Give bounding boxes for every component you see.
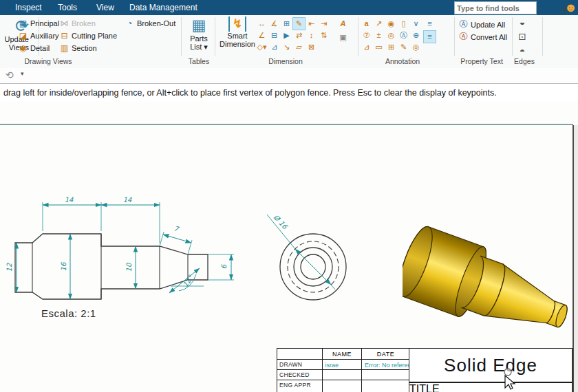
principal-button[interactable]: ▦ Principal xyxy=(18,18,59,28)
auxiliary-view-icon: ◪ xyxy=(18,31,28,41)
tab-inspect[interactable]: Inspect xyxy=(12,0,45,15)
broken-out-button[interactable]: ◔ Broken-Out xyxy=(125,18,175,28)
dim-cone-length[interactable]: 7 xyxy=(173,224,180,233)
detail-view-icon: ◉ xyxy=(18,43,28,53)
dim-h-mid[interactable]: 10 xyxy=(125,262,133,272)
symmetric-diameter-icon[interactable]: ⇤ xyxy=(306,18,317,30)
arrange-dimension-icon[interactable]: ⇅ xyxy=(318,30,330,41)
cutting-plane-button[interactable]: ⊟ Cutting Plane xyxy=(59,30,117,41)
text-box-icon[interactable]: Ⓐ xyxy=(398,30,409,41)
title-block[interactable]: NAME DATE DRAWN israe Error: No referenc… xyxy=(277,348,572,392)
smart-dimension-icon: ↯ xyxy=(228,17,246,32)
titleblock-engappr-name xyxy=(322,380,363,392)
update-all-button[interactable]: Ⓐ Update All xyxy=(458,19,505,30)
profile-dimension-icon[interactable]: ▱ xyxy=(293,41,305,53)
principal-view-icon: ▦ xyxy=(18,19,28,28)
gold-part xyxy=(403,223,578,344)
dim-width2[interactable]: 14 xyxy=(123,196,132,204)
select-dimension-icon[interactable]: ▶ xyxy=(281,30,292,41)
tab-data-management[interactable]: Data Management xyxy=(127,0,200,15)
group-label-edges: Edges xyxy=(514,57,535,65)
feature-control-frame-icon[interactable]: ▭ xyxy=(373,41,385,53)
chevron-down-icon[interactable]: ▾ xyxy=(21,70,24,77)
titleblock-header-name: NAME xyxy=(322,348,363,360)
datum-frame-icon[interactable]: ⊿ xyxy=(361,41,372,53)
mouse-cursor xyxy=(498,367,519,391)
titleblock-engappr-date xyxy=(361,380,410,392)
slope-dimension-icon[interactable]: ⊿ xyxy=(268,41,280,53)
leader-arrow-icon[interactable]: ↗ xyxy=(373,18,385,30)
steering-wheel-icon[interactable]: ◎ xyxy=(385,30,397,41)
isometric-view-3d[interactable] xyxy=(403,206,578,344)
angle-dimension-icon[interactable]: ∠ xyxy=(256,30,268,41)
angle-between-icon[interactable]: ∡ xyxy=(268,18,280,30)
menu-bar: Inspect Tools View Data Management ☻ xyxy=(0,0,578,16)
titleblock-title-row: TITLE xyxy=(409,382,572,392)
tab-tools[interactable]: Tools xyxy=(55,0,80,15)
annotation-tool-grid: a ↗ ◉ ▯ ∨ ⑦ ± ◎ Ⓐ ⊕ ⊿ ▭ ⊞ ✎ ◎ xyxy=(361,18,422,53)
stacked-dimension-icon[interactable]: ↕ xyxy=(306,30,317,41)
detail-button[interactable]: ◉ Detail xyxy=(18,43,50,53)
leader-dimension-icon[interactable]: ↘ xyxy=(281,41,292,53)
datum-tolerance-icon[interactable]: ± xyxy=(373,30,385,41)
ribbon: ⟳ Update Views ▦ Principal ◪ Auxiliary ◉… xyxy=(0,15,578,69)
section-icon: ▥ xyxy=(59,43,69,53)
hidden-edges-icon[interactable]: ⊡ xyxy=(516,31,528,42)
dimension-copy-icon[interactable]: ▣ xyxy=(337,32,349,43)
dim-h-tip[interactable]: 6 xyxy=(220,263,228,269)
dim-h-big[interactable]: 16 xyxy=(60,261,67,271)
dimension-lines xyxy=(17,202,234,299)
tab-view[interactable]: View xyxy=(94,0,117,15)
dimension-style-icon[interactable]: A xyxy=(337,18,349,30)
center-mark-icon[interactable]: ⊕ xyxy=(410,30,422,41)
coordinate-dimension-icon[interactable]: ⊞ xyxy=(281,18,292,30)
scale-label: Escala: 2:1 xyxy=(41,307,96,319)
convert-all-icon: Ⓐ xyxy=(458,31,469,43)
visible-edges-icon[interactable]: ◒ xyxy=(516,17,528,28)
group-label-annotation: Annotation xyxy=(385,57,420,65)
titleblock-corner-cell xyxy=(277,348,323,360)
surface-texture-icon[interactable]: ✎ xyxy=(398,41,409,53)
machining-dimension-icon[interactable]: ⊠ xyxy=(306,41,317,53)
end-view-2d[interactable]: Ø 16 xyxy=(258,203,368,306)
smart-dimension-button[interactable]: ↯ Smart Dimension xyxy=(217,17,257,48)
edge-painter-icon[interactable]: ◓ xyxy=(516,45,528,56)
dim-h-left[interactable]: 12 xyxy=(6,263,13,272)
titleblock-drawn-name: israe xyxy=(322,359,363,371)
chamfer-dimension-icon[interactable]: ⇥ xyxy=(318,18,330,30)
broken-out-icon: ◔ xyxy=(125,19,135,28)
edge-condition-icon[interactable]: ∨ xyxy=(410,18,422,30)
axis-dropdown-icon[interactable]: ◇▾ xyxy=(256,41,268,53)
connector-icon[interactable]: ▯ xyxy=(398,18,409,30)
target-icon[interactable]: ◎ xyxy=(410,41,422,53)
parts-list-icon: ▦ xyxy=(183,17,215,34)
balloon-icon[interactable]: ◉ xyxy=(385,18,397,30)
prompt-message: drag left for inside/overlapping fence, … xyxy=(0,88,497,98)
drawing-sheet[interactable]: 14 14 12 16 10 6 7 12° Ø 16 xyxy=(0,101,578,392)
section-button[interactable]: ▥ Section xyxy=(59,43,97,53)
search-input[interactable] xyxy=(455,4,564,12)
smiley-icon[interactable]: ☻ xyxy=(564,1,577,14)
half-dimension-icon[interactable]: ⊟ xyxy=(268,30,280,41)
group-separator xyxy=(512,17,513,56)
dim-diameter[interactable]: Ø 16 xyxy=(272,213,289,231)
callout-icon[interactable]: ⑦ xyxy=(361,30,372,41)
leader-text-icon[interactable]: a xyxy=(361,18,372,30)
layers-active-icon[interactable]: ≡ xyxy=(424,31,436,43)
auxiliary-button[interactable]: ◪ Auxiliary xyxy=(18,30,59,41)
distance-between-icon[interactable]: ↔ xyxy=(256,18,268,30)
dim-width1[interactable]: 14 xyxy=(65,196,74,204)
find-tools-search[interactable] xyxy=(454,1,537,14)
layers-icon[interactable]: ≡ xyxy=(424,18,436,30)
parts-list-button[interactable]: ▦ Parts List ▾ xyxy=(183,17,215,51)
convert-all-button[interactable]: Ⓐ Convert All xyxy=(458,32,507,42)
command-options-icon[interactable]: ⟲ xyxy=(6,69,14,80)
sheet-border-top xyxy=(0,124,573,125)
update-all-icon: Ⓐ xyxy=(458,19,469,30)
weld-symbol-icon[interactable]: ⊞ xyxy=(385,41,397,53)
cutting-plane-icon: ⊟ xyxy=(59,31,69,41)
edit-dimension-icon[interactable]: ✎ xyxy=(293,18,305,30)
broken-button: ⋈ Broken xyxy=(59,18,96,28)
copy-dimension-icon[interactable]: ⇄ xyxy=(293,30,305,41)
part-outline xyxy=(15,234,208,299)
